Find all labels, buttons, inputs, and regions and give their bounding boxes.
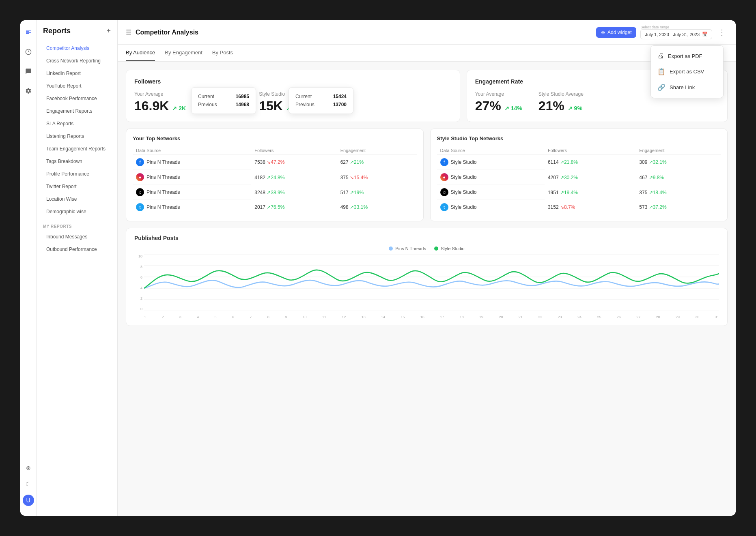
sidebar-item-location-wise[interactable]: Location Wise [40, 193, 114, 205]
chart-y-axis: 10 8 6 4 2 0 [134, 254, 142, 311]
cell-datasource: fStyle Studio [437, 155, 545, 170]
cell-followers: 4182 ↗24.8% [251, 170, 337, 185]
engagement-your-label: Your Average [475, 91, 522, 97]
chart-x-label: 30 [695, 315, 699, 319]
nav-icon-theme[interactable]: ☾ [23, 478, 34, 490]
calendar-icon: 📅 [702, 32, 708, 37]
legend-label-pins: Pins N Threads [395, 246, 426, 251]
sidebar-item-listening[interactable]: Listening Reports [40, 130, 114, 142]
chart-x-label: 4 [197, 315, 199, 319]
more-options-button[interactable]: ⋮ [716, 27, 728, 38]
published-posts-title: Published Posts [134, 235, 719, 241]
tab-by-engagement[interactable]: By Engagement [165, 45, 202, 61]
tiktok-icon: ♫ [440, 188, 448, 196]
followers-card: Followers Your Average 16.9K ↗ 2K [126, 70, 460, 122]
your-average-value: 16.9K ↗ 2K [134, 99, 186, 114]
engagement-studio-label: Style Studio Average [538, 91, 584, 97]
hamburger-icon: ☰ [126, 28, 131, 36]
tooltip-studio-current-row: Current 15424 [295, 92, 347, 101]
sidebar-item-sla[interactable]: SLA Reports [40, 118, 114, 130]
chart-legend: Pins N Threads Style Studio [134, 246, 719, 251]
cell-followers: 6114 ↗21.8% [545, 155, 636, 170]
share-link-label: Share Link [670, 84, 695, 90]
your-top-networks: Your Top Networks Data Source Followers … [126, 129, 424, 221]
table-row: ●Style Studio 4207 ↗30.2% 467 ↗9.8% [437, 170, 721, 185]
sidebar-add-button[interactable]: + [106, 27, 111, 35]
facebook-icon: f [440, 158, 448, 166]
cell-followers: 3248 ↗38.9% [251, 185, 337, 200]
sidebar-item-youtube[interactable]: YouTube Report [40, 80, 114, 92]
col-followers: Followers [251, 146, 337, 155]
nav-icon-messages[interactable] [23, 66, 34, 77]
col-engagement: Engagement [337, 146, 417, 155]
sidebar-item-facebook[interactable]: Facebook Performance [40, 92, 114, 105]
sidebar-item-competitor-analysis[interactable]: Competitor Analysis [40, 42, 114, 54]
engagement-studio-block: Style Studio Average 21% ↗ 9% [538, 91, 584, 114]
tooltip-studio-previous-row: Previous 13700 [295, 101, 347, 109]
engagement-studio-value: 21% ↗ 9% [538, 99, 584, 114]
instagram-icon: ● [136, 173, 144, 181]
twitter-icon: t [440, 203, 448, 211]
chart-x-label: 2 [162, 315, 164, 319]
add-widget-button[interactable]: ⊕ Add widget [596, 27, 636, 38]
chart-x-label: 3 [179, 315, 181, 319]
followers-tooltip-your: Current 16985 Previous 14968 [191, 87, 256, 114]
legend-dot-pins [389, 247, 393, 251]
sidebar-item-engagement[interactable]: Engagement Reports [40, 105, 114, 117]
col-followers-studio: Followers [545, 146, 636, 155]
export-pdf-item[interactable]: 🖨 Export as PDF [651, 48, 723, 64]
sidebar-item-profile-performance[interactable]: Profile Performance [40, 168, 114, 180]
export-csv-item[interactable]: 📋 Export as CSV [651, 64, 723, 79]
chart-x-label: 11 [322, 315, 326, 319]
table-row: ♫Style Studio 1951 ↗19.4% 375 ↗18.4% [437, 185, 721, 200]
add-widget-label: Add widget [607, 30, 631, 35]
sidebar-item-outbound-performance[interactable]: Outbound Performance [40, 243, 114, 255]
tab-by-posts[interactable]: By Posts [212, 45, 233, 61]
chart-x-label: 27 [636, 315, 640, 319]
top-bar: ☰ Competitor Analysis ⊕ Add widget Selec… [118, 20, 736, 45]
chart-x-label: 5 [215, 315, 217, 319]
sidebar-item-twitter-report[interactable]: Twitter Report [40, 180, 114, 193]
chart-x-label: 13 [362, 315, 366, 319]
cell-engagement: 627 ↗21% [337, 155, 417, 170]
share-link-item[interactable]: 🔗 Share Link [651, 79, 723, 95]
cell-followers: 4207 ↗30.2% [545, 170, 636, 185]
tab-by-audience[interactable]: By Audience [126, 45, 155, 61]
sidebar-item-tags-breakdown[interactable]: Tags Breakdown [40, 155, 114, 167]
sidebar-item-linkedin[interactable]: LinkedIn Report [40, 67, 114, 79]
date-range-button[interactable]: July 1, 2023 - July 31, 2023 📅 [640, 29, 712, 39]
sidebar-item-demographic-wise[interactable]: Demographic wise [40, 206, 114, 218]
nav-icon-user[interactable]: U [23, 495, 34, 506]
col-data-source: Data Source [133, 146, 251, 155]
studio-networks-table: Data Source Followers Engagement fStyle … [437, 146, 721, 214]
nav-icon-settings[interactable] [23, 85, 34, 96]
chart-x-label: 17 [440, 315, 444, 319]
cell-engagement: 375 ↘15.4% [337, 170, 417, 185]
export-pdf-label: Export as PDF [668, 53, 702, 59]
col-engagement-studio: Engagement [636, 146, 721, 155]
table-row: ♫Pins N Threads 3248 ↗38.9% 517 ↗19% [133, 185, 417, 200]
chart-x-label: 23 [558, 315, 562, 319]
chart-x-label: 15 [401, 315, 405, 319]
sidebar-item-cross-network[interactable]: Cross Network Reporting [40, 55, 114, 67]
chart-x-label: 26 [617, 315, 621, 319]
engagement-your-value: 27% ↗ 14% [475, 99, 522, 114]
sidebar-item-team-engagement[interactable]: Team Engagement Reports [40, 143, 114, 155]
date-range-value: July 1, 2023 - July 31, 2023 [645, 32, 700, 37]
chart-x-axis: 1234567891011121314151617181920212223242… [144, 315, 719, 319]
cell-datasource: ♫Pins N Threads [133, 185, 251, 200]
nav-icon-reports[interactable] [23, 27, 34, 38]
chart-x-label: 16 [420, 315, 424, 319]
chart-x-label: 22 [538, 315, 542, 319]
sidebar-item-inbound-messages[interactable]: Inbound Messages [40, 231, 114, 243]
nav-icon-help[interactable]: ⊗ [23, 462, 34, 474]
date-range-label: Select date range [640, 25, 712, 29]
cell-followers: 1951 ↗19.4% [545, 185, 636, 200]
tooltip-current-row: Current 16985 [198, 92, 249, 101]
icon-bar: ⊗ ☾ U [20, 20, 37, 516]
studio-top-networks: Style Studio Top Networks Data Source Fo… [430, 129, 728, 221]
nav-icon-analytics[interactable] [23, 46, 34, 58]
chart-x-label: 6 [232, 315, 234, 319]
cell-engagement: 517 ↗19% [337, 185, 417, 200]
legend-dot-studio [434, 247, 438, 251]
